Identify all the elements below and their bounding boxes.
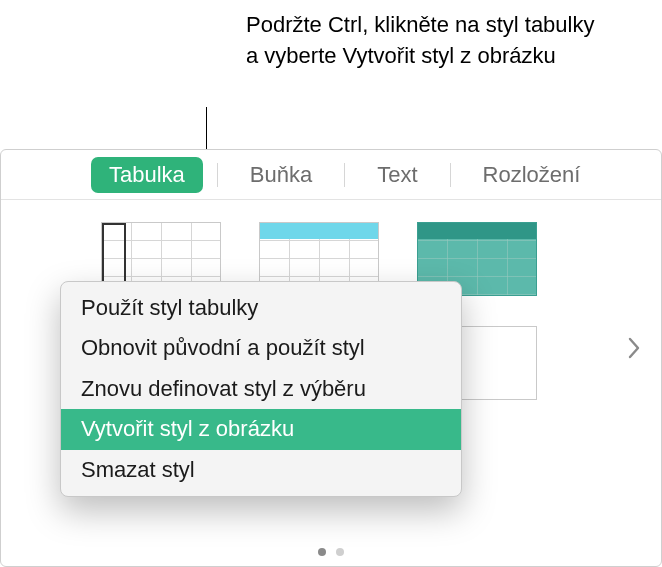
inspector-tabs: Tabulka Buňka Text Rozložení bbox=[1, 150, 661, 200]
tab-text[interactable]: Text bbox=[359, 156, 435, 194]
page-dot[interactable] bbox=[318, 548, 326, 556]
page-dot[interactable] bbox=[336, 548, 344, 556]
tab-separator bbox=[344, 163, 345, 187]
styles-page-dots bbox=[318, 548, 344, 556]
tab-table[interactable]: Tabulka bbox=[91, 157, 203, 193]
header-strip-icon bbox=[260, 223, 378, 239]
ctx-apply-style[interactable]: Použít styl tabulky bbox=[61, 288, 461, 328]
context-menu: Použít styl tabulky Obnovit původní a po… bbox=[60, 281, 462, 497]
callout-text: Podržte Ctrl, klikněte na styl tabulky a… bbox=[246, 10, 606, 72]
header-strip-icon bbox=[418, 223, 536, 239]
chevron-right-icon bbox=[627, 336, 641, 364]
tab-separator bbox=[217, 163, 218, 187]
ctx-create-style-from-image[interactable]: Vytvořit styl z obrázku bbox=[61, 409, 461, 449]
tab-separator bbox=[450, 163, 451, 187]
ctx-redefine-style[interactable]: Znovu definovat styl z výběru bbox=[61, 369, 461, 409]
styles-next-button[interactable] bbox=[621, 330, 647, 370]
tab-layout[interactable]: Rozložení bbox=[465, 156, 599, 194]
ctx-delete-style[interactable]: Smazat styl bbox=[61, 450, 461, 490]
ctx-reset-apply-style[interactable]: Obnovit původní a použít styl bbox=[61, 328, 461, 368]
tab-cell[interactable]: Buňka bbox=[232, 156, 330, 194]
